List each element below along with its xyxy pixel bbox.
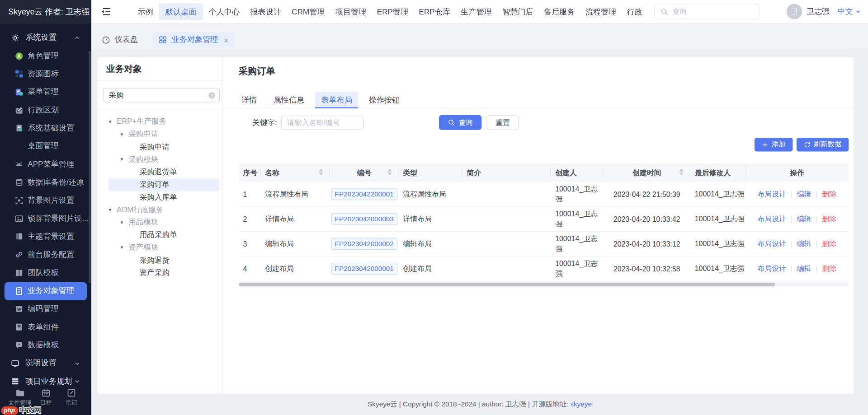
nav-item-行政[interactable]: 行政	[622, 3, 647, 20]
sidebar-item-业务对象管理[interactable]: 业务对象管理	[5, 282, 87, 300]
sort-icon[interactable]	[387, 168, 392, 175]
column-header-创建时间[interactable]: 创建时间	[604, 163, 690, 182]
tab-操作按钮[interactable]: 操作按钮	[363, 92, 406, 108]
caret-down-icon[interactable]: ▼	[119, 132, 124, 137]
nav-item-报表设计[interactable]: 报表设计	[245, 3, 286, 20]
tree-node-ADM行政服务[interactable]: ▼ADM行政服务	[98, 204, 223, 216]
action-编辑[interactable]: 编辑	[797, 214, 811, 224]
nav-item-流程管理[interactable]: 流程管理	[580, 3, 622, 20]
column-header-名称[interactable]: 名称	[261, 163, 330, 182]
nav-item-CRM管理[interactable]: CRM管理	[287, 3, 330, 20]
action-编辑[interactable]: 编辑	[797, 264, 811, 274]
language-switcher[interactable]: 中文	[838, 7, 862, 17]
sidebar-item-数据库备份/还原[interactable]: 数据库备份/还原	[0, 173, 91, 191]
action-删除[interactable]: 删除	[822, 189, 836, 199]
sidebar-item-团队模板[interactable]: 团队模板	[0, 264, 91, 282]
sidebar-item-行政区划[interactable]: 行政区划	[0, 101, 91, 119]
action-布局设计[interactable]: 布局设计	[757, 189, 786, 199]
sidebar-item-前台服务配置[interactable]: 前台服务配置	[0, 246, 91, 264]
caret-down-icon[interactable]: ▼	[108, 207, 113, 212]
sidebar-section-系统设置[interactable]: 系统设置	[0, 29, 91, 47]
action-删除[interactable]: 删除	[822, 239, 836, 249]
nav-item-生产管理[interactable]: 生产管理	[456, 3, 497, 20]
nav-item-售后服务[interactable]: 售后服务	[539, 3, 580, 20]
nav-item-默认桌面[interactable]: 默认桌面	[159, 3, 203, 20]
nav-item-ERP仓库[interactable]: ERP仓库	[414, 3, 456, 20]
action-布局设计[interactable]: 布局设计	[757, 264, 786, 274]
code-badge[interactable]: FP2023042000003	[331, 213, 397, 225]
horizontal-scrollbar[interactable]	[239, 283, 849, 287]
add-button[interactable]: 添加	[755, 138, 793, 152]
footer-link[interactable]: skyeye	[570, 401, 592, 408]
tree-node-label: 采购退货单	[140, 167, 177, 177]
clear-icon[interactable]	[208, 92, 215, 99]
avatar[interactable]: 卫	[787, 4, 802, 19]
tree-search-input[interactable]	[104, 89, 219, 102]
action-编辑[interactable]: 编辑	[797, 189, 811, 199]
sort-icon[interactable]	[679, 168, 684, 175]
sidebar-item-APP菜单管理[interactable]: APP菜单管理	[0, 155, 91, 173]
code-badge[interactable]: FP2023042000001	[331, 263, 397, 275]
tree-node-资产采购[interactable]: 资产采购	[98, 266, 223, 279]
keyword-input[interactable]	[281, 115, 363, 130]
tree-node-采购入库单[interactable]: 采购入库单	[98, 191, 223, 204]
sidebar-item-主题背景设置[interactable]: 主题背景设置	[0, 228, 91, 246]
tab-表单布局[interactable]: 表单布局	[315, 92, 359, 108]
nav-item-个人中心[interactable]: 个人中心	[204, 3, 245, 20]
tree-node-采购模块[interactable]: ▼采购模块	[98, 153, 223, 166]
tab-business-object[interactable]: 业务对象管理 ×	[152, 32, 235, 47]
sidebar-item-数据模板[interactable]: 数据模板	[0, 336, 91, 354]
column-header-编号[interactable]: 编号	[330, 163, 399, 182]
close-icon[interactable]: ×	[224, 36, 229, 44]
caret-down-icon[interactable]: ▼	[108, 119, 113, 124]
tree-node-采购退货[interactable]: 采购退货	[98, 254, 223, 266]
reset-button[interactable]: 重置	[487, 115, 519, 130]
sidebar-item-菜单管理[interactable]: 菜单管理	[0, 83, 91, 101]
sort-icon[interactable]	[319, 168, 323, 175]
tree-node-采购退货单[interactable]: 采购退货单	[98, 166, 223, 178]
nav-item-智慧门店[interactable]: 智慧门店	[497, 3, 538, 20]
dock-笔记[interactable]: 笔记	[59, 389, 84, 415]
tree-node-用品采购单[interactable]: 用品采购单	[98, 229, 223, 242]
code-badge[interactable]: FP2023042000002	[331, 238, 397, 250]
sidebar-item-资源图标[interactable]: 资源图标	[0, 65, 91, 83]
action-布局设计[interactable]: 布局设计	[757, 214, 786, 224]
sidebar-item-角色管理[interactable]: A角色管理	[0, 47, 91, 65]
tab-dashboard[interactable]: 仪表盘	[102, 35, 138, 45]
sidebar-scrollbar[interactable]	[89, 51, 91, 283]
sidebar-item-桌面管理[interactable]: 桌面管理	[0, 137, 91, 155]
caret-down-icon[interactable]: ▼	[119, 157, 124, 162]
action-删除[interactable]: 删除	[822, 214, 836, 224]
action-布局设计[interactable]: 布局设计	[757, 239, 786, 249]
tab-属性信息[interactable]: 属性信息	[267, 92, 311, 108]
action-编辑[interactable]: 编辑	[797, 239, 811, 249]
detail-tabs: 详情属性信息表单布局操作按钮	[223, 92, 854, 108]
nav-item-ERP管理[interactable]: ERP管理	[372, 3, 414, 20]
refresh-button[interactable]: 刷新数据	[797, 138, 849, 152]
sidebar-item-编码管理[interactable]: W编码管理	[0, 300, 91, 318]
sidebar-item-表单组件[interactable]: 表单组件	[0, 318, 91, 336]
tab-详情[interactable]: 详情	[235, 92, 263, 108]
code-badge[interactable]: FP2023042200001	[331, 188, 397, 200]
nav-item-示例[interactable]: 示例	[133, 3, 158, 20]
search-button[interactable]: 查询	[439, 115, 481, 130]
action-删除[interactable]: 删除	[822, 264, 836, 274]
caret-down-icon[interactable]: ▼	[119, 220, 124, 225]
tree-node-资产模块[interactable]: ▼资产模块	[98, 241, 223, 254]
scrollbar-thumb[interactable]	[239, 283, 775, 287]
tree-node-用品模块[interactable]: ▼用品模块	[98, 216, 223, 229]
nav-item-项目管理[interactable]: 项目管理	[330, 3, 372, 20]
sidebar-section-说明设置[interactable]: 说明设置	[0, 354, 91, 373]
username[interactable]: 卫志强	[807, 7, 830, 17]
sidebar-item-锁屏背景图片设...[interactable]: 锁屏背景图片设...	[0, 210, 91, 228]
menu-fold-icon[interactable]	[101, 7, 111, 16]
sidebar-item-系统基础设置[interactable]: 系统基础设置	[0, 119, 91, 137]
refresh-icon	[804, 141, 811, 148]
sidebar-item-背景图片设置[interactable]: 背景图片设置	[0, 191, 91, 210]
caret-down-icon[interactable]: ▼	[119, 245, 124, 250]
tree-node-ERP+生产服务[interactable]: ▼ERP+生产服务	[98, 116, 223, 128]
tree-node-采购申请[interactable]: 采购申请	[98, 141, 223, 154]
global-search[interactable]: 查询	[655, 4, 760, 19]
tree-node-采购订单[interactable]: 采购订单	[98, 178, 223, 191]
tree-node-采购申请[interactable]: ▼采购申请	[98, 128, 223, 141]
